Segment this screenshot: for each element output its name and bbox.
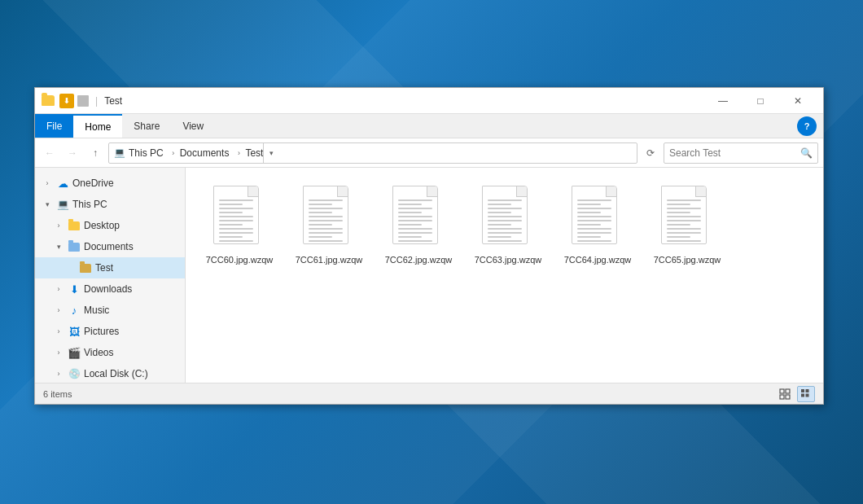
file-lines-1	[309, 199, 343, 242]
sidebar-item-documents[interactable]: ▾ Documents	[35, 236, 185, 257]
sidebar-item-downloads[interactable]: › ⬇ Downloads	[35, 278, 185, 300]
sidebar-item-localdisk[interactable]: › 💿 Local Disk (C:)	[35, 363, 185, 383]
explorer-window: ⬇ | Test — □ ✕ File Home Share View ? ← …	[34, 87, 824, 405]
svg-rect-1	[786, 389, 790, 393]
pin-button[interactable]	[77, 95, 89, 107]
file-item-3[interactable]: 7CC63.jpg.wzqw	[467, 181, 549, 270]
file-grid: 7CC60.jpg.wzqw	[199, 181, 810, 270]
minimize-button[interactable]: —	[704, 88, 742, 114]
file-name-1: 7CC61.jpg.wzqw	[296, 254, 363, 265]
address-path[interactable]: 💻 This PC › Documents › Test ▾	[108, 142, 637, 164]
videos-expand-icon: ›	[53, 347, 64, 358]
sidebar-item-music[interactable]: › ♪ Music	[35, 300, 185, 321]
main-content: › ☁ OneDrive ▾ 💻 This PC › Desktop ▾ Doc…	[35, 168, 823, 383]
sidebar-item-onedrive[interactable]: › ☁ OneDrive	[35, 173, 185, 194]
file-item-4[interactable]: 7CC64.jpg.wzqw	[557, 181, 638, 270]
path-test-label: Test	[245, 147, 263, 159]
maximize-button[interactable]: □	[742, 88, 779, 114]
documents-expand-icon: ▾	[53, 241, 64, 252]
up-button[interactable]: ↑	[85, 143, 105, 163]
sidebar-item-pictures[interactable]: › 🖼 Pictures	[35, 321, 185, 342]
path-documents: Documents ›	[180, 147, 246, 160]
file-icon-1	[303, 186, 355, 251]
downloads-icon: ⬇	[68, 283, 81, 296]
back-button[interactable]: ←	[40, 143, 59, 163]
item-count: 6 items	[43, 389, 72, 399]
status-bar: 6 items	[35, 383, 823, 404]
menu-share-tab[interactable]: Share	[122, 114, 171, 138]
sidebar-desktop-label: Desktop	[84, 220, 120, 231]
grid-view-button[interactable]	[776, 386, 794, 402]
svg-rect-4	[801, 389, 804, 392]
title-bar: ⬇ | Test — □ ✕	[35, 88, 823, 114]
sidebar-documents-label: Documents	[84, 241, 134, 252]
pictures-expand-icon: ›	[53, 326, 64, 337]
localdisk-expand-icon: ›	[53, 368, 64, 379]
refresh-button[interactable]: ⟳	[641, 143, 660, 163]
onedrive-icon: ☁	[56, 177, 69, 190]
path-pc: 💻 This PC ›	[114, 147, 180, 160]
path-documents-chevron[interactable]: ›	[232, 147, 245, 160]
file-item-2[interactable]: 7CC62.jpg.wzqw	[378, 181, 459, 270]
file-icon-4	[572, 186, 624, 251]
svg-rect-3	[786, 395, 790, 399]
search-input[interactable]	[669, 147, 797, 159]
quick-access-button[interactable]: ⬇	[59, 94, 74, 108]
file-icon-3	[482, 186, 534, 251]
file-item-5[interactable]: 7CC65.jpg.wzqw	[646, 181, 728, 270]
sidebar-item-videos[interactable]: › 🎬 Videos	[35, 342, 185, 363]
file-name-3: 7CC63.jpg.wzqw	[475, 254, 542, 265]
large-icon-view-button[interactable]	[797, 386, 815, 402]
sidebar-downloads-label: Downloads	[84, 283, 132, 295]
sidebar-thispc-label: This PC	[72, 199, 107, 210]
window-title: Test	[104, 95, 122, 107]
file-page-0	[213, 186, 259, 244]
sidebar-music-label: Music	[84, 305, 109, 316]
file-lines-3	[488, 199, 522, 242]
grid-view-icon	[779, 388, 791, 400]
file-item-0[interactable]: 7CC60.jpg.wzqw	[199, 181, 280, 270]
file-area: 7CC60.jpg.wzqw	[186, 168, 823, 383]
file-name-2: 7CC62.jpg.wzqw	[385, 254, 453, 265]
sidebar-item-test[interactable]: Test	[35, 257, 185, 278]
path-pc-icon: 💻	[114, 147, 125, 158]
sidebar-videos-label: Videos	[84, 347, 113, 358]
test-folder-icon	[79, 261, 92, 274]
close-button[interactable]: ✕	[779, 88, 817, 114]
file-page-3	[482, 186, 528, 244]
videos-icon: 🎬	[68, 346, 81, 359]
file-lines-2	[398, 199, 432, 242]
onedrive-expand-icon: ›	[42, 177, 53, 189]
file-icon-5	[661, 186, 713, 251]
sidebar-localdisk-label: Local Disk (C:)	[84, 368, 148, 379]
view-toggle	[776, 386, 815, 402]
path-test: Test	[245, 147, 263, 159]
title-bar-left: ⬇ | Test	[42, 94, 704, 108]
file-icon-0	[213, 186, 265, 251]
sidebar-onedrive-label: OneDrive	[72, 177, 114, 189]
sidebar-item-desktop[interactable]: › Desktop	[35, 215, 185, 236]
menu-file-tab[interactable]: File	[35, 114, 73, 138]
svg-rect-5	[806, 389, 809, 392]
menu-home-tab[interactable]: Home	[73, 114, 122, 138]
path-pc-chevron[interactable]: ›	[167, 147, 180, 160]
forward-button[interactable]: →	[63, 143, 82, 163]
localdisk-icon: 💿	[68, 367, 81, 380]
file-page-5	[661, 186, 707, 244]
help-button[interactable]: ?	[797, 116, 817, 136]
svg-rect-0	[780, 389, 784, 393]
music-expand-icon: ›	[53, 305, 64, 316]
search-box: 🔍	[664, 142, 818, 164]
file-page-2	[392, 186, 438, 244]
address-bar: ← → ↑ 💻 This PC › Documents › Test ▾ ⟳ 🔍	[35, 138, 823, 168]
sidebar-pictures-label: Pictures	[84, 326, 119, 337]
sidebar-item-thispc[interactable]: ▾ 💻 This PC	[35, 194, 185, 215]
address-dropdown[interactable]: ▾	[263, 142, 279, 164]
path-pc-label: This PC	[129, 147, 164, 159]
file-item-1[interactable]: 7CC61.jpg.wzqw	[288, 181, 370, 270]
menu-bar: File Home Share View ?	[35, 114, 823, 138]
menu-view-tab[interactable]: View	[171, 114, 215, 138]
file-page-1	[303, 186, 348, 244]
title-separator: |	[95, 95, 98, 107]
music-icon: ♪	[68, 304, 81, 317]
